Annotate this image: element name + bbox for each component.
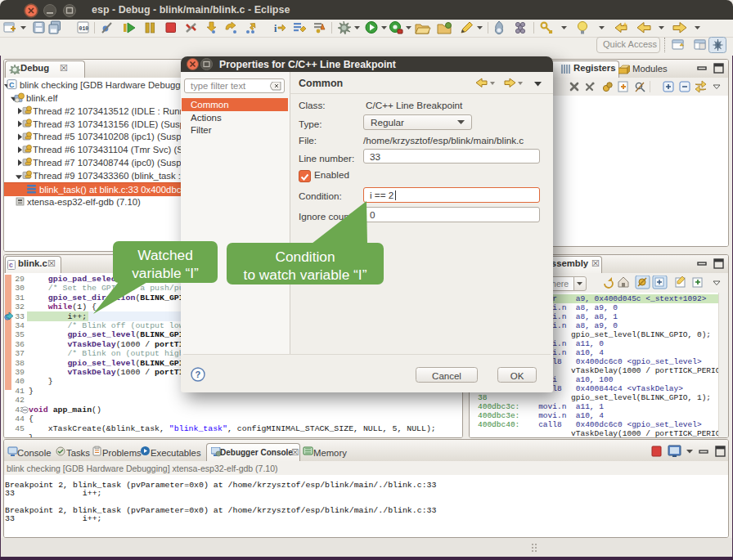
svg-text:Condition: Condition	[275, 249, 335, 265]
svg-text:Watched: Watched	[137, 247, 193, 263]
svg-text:variable “I”: variable “I”	[132, 265, 199, 281]
svg-text:to watch variable “I”: to watch variable “I”	[244, 267, 367, 283]
